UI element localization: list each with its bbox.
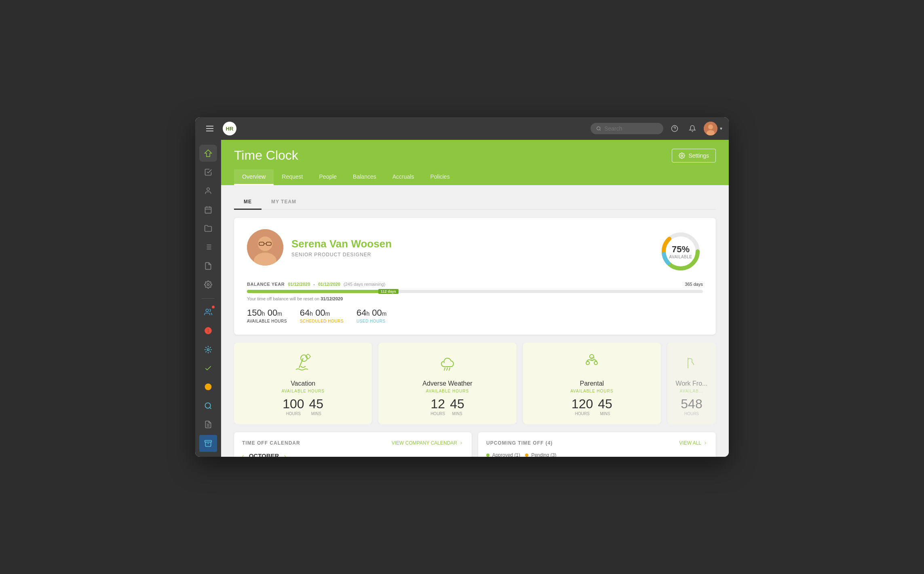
pending-dot	[525, 454, 528, 457]
view-all-link[interactable]: VIEW ALL	[679, 440, 708, 446]
weather-hours: 12 HOURS 45 MINS	[386, 397, 508, 416]
svg-point-21	[205, 384, 212, 390]
sidebar	[195, 140, 221, 457]
svg-point-19	[206, 309, 209, 312]
parental-hours: 120 HOURS 45 MINS	[531, 397, 653, 416]
menu-button[interactable]	[202, 120, 218, 137]
time-off-cards: Vacation AVAILABLE HOURS 100 HOURS 45 MI…	[234, 343, 716, 424]
sidebar-item-documents[interactable]	[199, 416, 217, 433]
work-from-card[interactable]: Work Fro... AVAILAB... 548 HOURS	[667, 343, 716, 424]
svg-point-18	[207, 284, 209, 286]
profile-name: Serena Van Woosen	[291, 238, 392, 250]
calendar-section: TIME OFF CALENDAR VIEW COMPANY CALENDAR …	[234, 432, 472, 457]
balance-total-days: 365 days	[685, 282, 703, 287]
scheduled-hours-label: SCHEDULED HOURS	[300, 319, 344, 323]
tab-accruals[interactable]: Accruals	[384, 169, 422, 185]
work-title: Work Fro...	[675, 380, 708, 387]
svg-point-22	[205, 403, 211, 408]
svg-line-44	[444, 368, 445, 370]
balance-section: BALANCE YEAR 01/12/2020 - 01/12/2020 (24…	[247, 282, 703, 301]
view-tab-me[interactable]: ME	[234, 195, 262, 210]
sidebar-item-archive[interactable]	[199, 435, 217, 452]
sidebar-item-check[interactable]	[199, 360, 217, 377]
svg-rect-25	[205, 440, 212, 442]
profile-avatar	[247, 229, 283, 266]
upcoming-section-title: UPCOMING TIME OFF (4)	[486, 440, 553, 446]
adverse-weather-card[interactable]: Adverse Weather AVAILABLE HOURS 12 HOURS…	[378, 343, 516, 424]
parental-card[interactable]: Parental AVAILABLE HOURS 120 HOURS 45 MI…	[523, 343, 661, 424]
calendar-prev-button[interactable]: ‹	[242, 453, 244, 457]
sidebar-item-search-module[interactable]	[199, 397, 217, 414]
sidebar-item-module[interactable]	[199, 378, 217, 395]
page-header: Time Clock Settings Overview Request Peo…	[221, 140, 729, 185]
top-navigation: HR	[195, 117, 729, 140]
available-hours-label: AVAILABLE HOURS	[247, 319, 287, 323]
sidebar-item-files[interactable]	[199, 220, 217, 237]
sidebar-item-team[interactable]	[199, 303, 217, 320]
scheduled-hours: 64h 00m SCHEDULED HOURS	[300, 308, 344, 323]
app-logo: HR	[223, 122, 236, 135]
search-input[interactable]	[604, 125, 658, 132]
weather-title: Adverse Weather	[386, 380, 508, 387]
view-tab-my-team[interactable]: MY TEAM	[262, 195, 306, 210]
profile-info: Serena Van Woosen SENIOR PRODUCT DESIGNE…	[291, 238, 392, 257]
content-area: Time Clock Settings Overview Request Peo…	[221, 140, 729, 457]
user-avatar-button[interactable]: ▾	[704, 122, 722, 135]
sidebar-divider	[202, 298, 215, 299]
tab-request[interactable]: Request	[274, 169, 311, 185]
balance-remaining: (245 days remaining)	[344, 282, 385, 287]
calendar-next-button[interactable]: ›	[284, 453, 286, 457]
balance-progress: 112 days	[247, 290, 703, 293]
help-button[interactable]	[668, 122, 681, 135]
notifications-button[interactable]	[686, 122, 699, 135]
view-company-calendar-link[interactable]: VIEW COMPANY CALENDAR	[392, 440, 464, 446]
svg-point-49	[594, 361, 597, 365]
svg-point-48	[586, 361, 589, 365]
reset-date: 31/12/2020	[321, 296, 343, 301]
search-icon	[596, 126, 601, 131]
used-hours-label: USED HOURS	[357, 319, 387, 323]
vacation-title: Vacation	[242, 380, 364, 387]
work-icon	[675, 351, 708, 375]
navigation-tabs: Overview Request People Balances Accrual…	[234, 169, 716, 185]
search-box	[591, 123, 663, 134]
sidebar-item-lists[interactable]	[199, 238, 217, 255]
svg-point-47	[590, 355, 594, 359]
donut-percentage: 75%	[669, 244, 692, 255]
svg-marker-6	[205, 150, 212, 157]
weather-avail-label: AVAILABLE HOURS	[386, 389, 508, 393]
approved-count: Approved (1)	[492, 452, 520, 457]
tab-balances[interactable]: Balances	[345, 169, 384, 185]
tab-policies[interactable]: Policies	[422, 169, 458, 185]
calendar-section-title: TIME OFF CALENDAR	[242, 440, 300, 446]
chevron-down-icon: ▾	[720, 126, 722, 131]
sidebar-item-calendar[interactable]	[199, 201, 217, 218]
sidebar-item-contacts[interactable]	[199, 182, 217, 199]
sidebar-item-tasks[interactable]	[199, 163, 217, 180]
settings-button[interactable]: Settings	[672, 149, 716, 162]
calendar-month: OCTOBER	[249, 452, 279, 457]
upcoming-stats: Approved (1) Pending (3)	[486, 452, 708, 457]
page-content: ME MY TEAM	[221, 185, 729, 457]
svg-point-26	[681, 155, 683, 156]
balance-start-date: 01/12/2020	[288, 282, 310, 287]
sidebar-item-config[interactable]	[199, 341, 217, 358]
parental-avail-label: AVAILABLE HOURS	[531, 389, 653, 393]
sidebar-item-settings[interactable]	[199, 276, 217, 293]
vacation-card[interactable]: Vacation AVAILABLE HOURS 100 HOURS 45 MI…	[234, 343, 372, 424]
sidebar-item-alerts[interactable]	[199, 322, 217, 339]
svg-line-46	[449, 368, 450, 370]
tab-people[interactable]: People	[311, 169, 345, 185]
balance-label: BALANCE YEAR	[247, 282, 285, 287]
tab-overview[interactable]: Overview	[234, 169, 274, 185]
svg-rect-8	[205, 207, 211, 213]
donut-chart: 75% AVAILABLE	[658, 229, 703, 274]
svg-point-20	[207, 348, 209, 350]
sidebar-item-reports[interactable]	[199, 257, 217, 274]
view-tabs: ME MY TEAM	[234, 195, 716, 210]
pending-count: Pending (3)	[531, 452, 556, 457]
sidebar-item-home[interactable]	[199, 145, 217, 162]
avatar-image	[704, 122, 717, 135]
balance-end-date: 01/12/2020	[318, 282, 340, 287]
used-hours: 64h 00m USED HOURS	[357, 308, 387, 323]
